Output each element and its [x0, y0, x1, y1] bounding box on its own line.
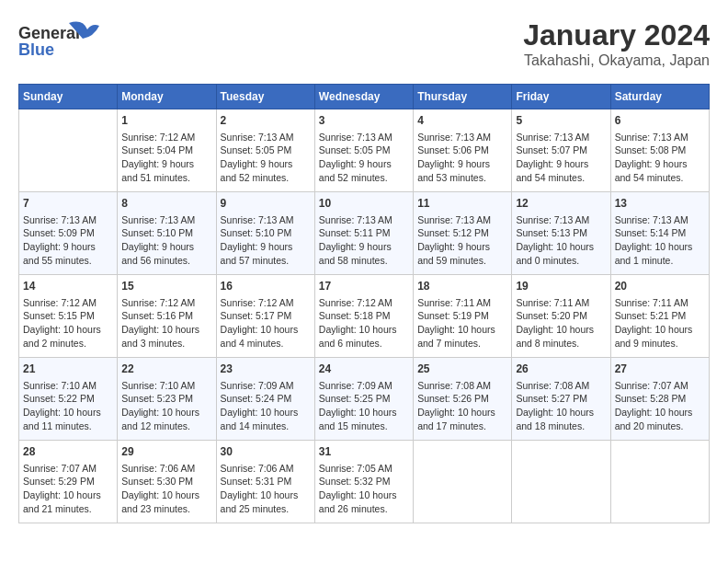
- day-number: 12: [516, 196, 606, 212]
- day-info: Sunrise: 7:12 AMSunset: 5:16 PMDaylight:…: [121, 296, 211, 350]
- calendar-cell: 21Sunrise: 7:10 AMSunset: 5:22 PMDayligh…: [19, 358, 118, 441]
- day-number: 8: [121, 196, 211, 212]
- calendar-cell: 7Sunrise: 7:13 AMSunset: 5:09 PMDaylight…: [19, 192, 118, 275]
- day-number: 21: [23, 362, 113, 377]
- day-info: Sunrise: 7:09 AMSunset: 5:25 PMDaylight:…: [319, 379, 409, 433]
- calendar-week-row: 28Sunrise: 7:07 AMSunset: 5:29 PMDayligh…: [19, 441, 710, 523]
- weekday-header: Wednesday: [314, 85, 413, 109]
- calendar-cell: 12Sunrise: 7:13 AMSunset: 5:13 PMDayligh…: [512, 192, 610, 275]
- day-info: Sunrise: 7:08 AMSunset: 5:27 PMDaylight:…: [516, 379, 606, 433]
- calendar-cell: 11Sunrise: 7:13 AMSunset: 5:12 PMDayligh…: [414, 192, 512, 275]
- calendar-cell: 9Sunrise: 7:13 AMSunset: 5:10 PMDaylight…: [216, 192, 314, 275]
- calendar-header: SundayMondayTuesdayWednesdayThursdayFrid…: [19, 85, 710, 109]
- calendar-cell: 6Sunrise: 7:13 AMSunset: 5:08 PMDaylight…: [610, 109, 709, 192]
- day-info: Sunrise: 7:06 AMSunset: 5:31 PMDaylight:…: [221, 462, 311, 516]
- day-info: Sunrise: 7:12 AMSunset: 5:15 PMDaylight:…: [23, 296, 113, 350]
- day-info: Sunrise: 7:13 AMSunset: 5:08 PMDaylight:…: [615, 131, 705, 185]
- calendar-cell: 1Sunrise: 7:12 AMSunset: 5:04 PMDaylight…: [118, 109, 216, 192]
- month-title: January 2024: [523, 18, 710, 52]
- weekday-header: Tuesday: [216, 85, 314, 109]
- svg-text:Blue: Blue: [18, 40, 54, 59]
- calendar-cell: 20Sunrise: 7:11 AMSunset: 5:21 PMDayligh…: [610, 275, 709, 358]
- day-number: 4: [417, 113, 507, 129]
- calendar-cell: 4Sunrise: 7:13 AMSunset: 5:06 PMDaylight…: [414, 109, 512, 192]
- calendar-cell: 5Sunrise: 7:13 AMSunset: 5:07 PMDaylight…: [512, 109, 610, 192]
- day-info: Sunrise: 7:08 AMSunset: 5:26 PMDaylight:…: [417, 379, 507, 433]
- calendar-cell: 28Sunrise: 7:07 AMSunset: 5:29 PMDayligh…: [19, 441, 118, 523]
- page-header: General Blue January 2024 Takahashi, Oka…: [18, 18, 710, 69]
- day-number: 14: [23, 279, 113, 294]
- day-info: Sunrise: 7:13 AMSunset: 5:09 PMDaylight:…: [23, 213, 113, 268]
- day-number: 22: [121, 362, 211, 377]
- calendar-cell: [610, 441, 709, 523]
- day-info: Sunrise: 7:12 AMSunset: 5:17 PMDaylight:…: [221, 296, 311, 350]
- day-info: Sunrise: 7:11 AMSunset: 5:19 PMDaylight:…: [417, 296, 507, 350]
- calendar-cell: 27Sunrise: 7:07 AMSunset: 5:28 PMDayligh…: [610, 358, 709, 441]
- day-info: Sunrise: 7:13 AMSunset: 5:07 PMDaylight:…: [516, 131, 606, 185]
- day-number: 2: [221, 113, 311, 129]
- weekday-header: Monday: [118, 85, 216, 109]
- day-number: 23: [221, 362, 311, 377]
- day-number: 26: [516, 362, 606, 377]
- day-info: Sunrise: 7:11 AMSunset: 5:21 PMDaylight:…: [615, 296, 705, 350]
- day-info: Sunrise: 7:12 AMSunset: 5:18 PMDaylight:…: [319, 296, 409, 350]
- day-info: Sunrise: 7:13 AMSunset: 5:05 PMDaylight:…: [221, 131, 311, 185]
- calendar-cell: 26Sunrise: 7:08 AMSunset: 5:27 PMDayligh…: [512, 358, 610, 441]
- logo-svg: General Blue: [18, 18, 101, 60]
- logo: General Blue: [18, 18, 101, 60]
- weekday-header: Saturday: [610, 85, 709, 109]
- day-info: Sunrise: 7:06 AMSunset: 5:30 PMDaylight:…: [121, 462, 211, 516]
- svg-text:General: General: [18, 24, 80, 42]
- day-info: Sunrise: 7:12 AMSunset: 5:04 PMDaylight:…: [121, 131, 211, 185]
- day-number: 25: [417, 362, 507, 377]
- weekday-header: Sunday: [19, 85, 118, 109]
- calendar-cell: 13Sunrise: 7:13 AMSunset: 5:14 PMDayligh…: [610, 192, 709, 275]
- day-info: Sunrise: 7:13 AMSunset: 5:13 PMDaylight:…: [516, 213, 606, 268]
- calendar-cell: 24Sunrise: 7:09 AMSunset: 5:25 PMDayligh…: [314, 358, 413, 441]
- calendar-cell: 15Sunrise: 7:12 AMSunset: 5:16 PMDayligh…: [118, 275, 216, 358]
- calendar-cell: [512, 441, 610, 523]
- day-number: 30: [221, 444, 311, 460]
- calendar-cell: 14Sunrise: 7:12 AMSunset: 5:15 PMDayligh…: [19, 275, 118, 358]
- day-info: Sunrise: 7:13 AMSunset: 5:12 PMDaylight:…: [417, 213, 507, 268]
- weekday-header: Friday: [512, 85, 610, 109]
- day-info: Sunrise: 7:13 AMSunset: 5:05 PMDaylight:…: [319, 131, 409, 185]
- day-number: 7: [23, 196, 113, 212]
- title-block: January 2024 Takahashi, Okayama, Japan: [523, 18, 710, 69]
- calendar-cell: 30Sunrise: 7:06 AMSunset: 5:31 PMDayligh…: [216, 441, 314, 523]
- location-title: Takahashi, Okayama, Japan: [523, 52, 710, 69]
- calendar-cell: 22Sunrise: 7:10 AMSunset: 5:23 PMDayligh…: [118, 358, 216, 441]
- calendar-cell: 29Sunrise: 7:06 AMSunset: 5:30 PMDayligh…: [118, 441, 216, 523]
- day-number: 3: [319, 113, 409, 129]
- day-info: Sunrise: 7:13 AMSunset: 5:10 PMDaylight:…: [121, 213, 211, 268]
- day-number: 18: [417, 279, 507, 294]
- day-number: 13: [615, 196, 705, 212]
- calendar-week-row: 1Sunrise: 7:12 AMSunset: 5:04 PMDaylight…: [19, 109, 710, 192]
- calendar-cell: 10Sunrise: 7:13 AMSunset: 5:11 PMDayligh…: [314, 192, 413, 275]
- calendar-cell: 25Sunrise: 7:08 AMSunset: 5:26 PMDayligh…: [414, 358, 512, 441]
- calendar-cell: 31Sunrise: 7:05 AMSunset: 5:32 PMDayligh…: [314, 441, 413, 523]
- calendar-week-row: 21Sunrise: 7:10 AMSunset: 5:22 PMDayligh…: [19, 358, 710, 441]
- calendar-cell: 8Sunrise: 7:13 AMSunset: 5:10 PMDaylight…: [118, 192, 216, 275]
- day-info: Sunrise: 7:10 AMSunset: 5:22 PMDaylight:…: [23, 379, 113, 433]
- calendar-cell: 18Sunrise: 7:11 AMSunset: 5:19 PMDayligh…: [414, 275, 512, 358]
- day-number: 29: [121, 444, 211, 460]
- calendar-cell: 19Sunrise: 7:11 AMSunset: 5:20 PMDayligh…: [512, 275, 610, 358]
- calendar-week-row: 7Sunrise: 7:13 AMSunset: 5:09 PMDaylight…: [19, 192, 710, 275]
- day-number: 9: [221, 196, 311, 212]
- day-number: 16: [221, 279, 311, 294]
- calendar-cell: 2Sunrise: 7:13 AMSunset: 5:05 PMDaylight…: [216, 109, 314, 192]
- day-number: 31: [319, 444, 409, 460]
- day-number: 11: [417, 196, 507, 212]
- day-info: Sunrise: 7:13 AMSunset: 5:10 PMDaylight:…: [221, 213, 311, 268]
- calendar-cell: 17Sunrise: 7:12 AMSunset: 5:18 PMDayligh…: [314, 275, 413, 358]
- day-number: 19: [516, 279, 606, 294]
- day-info: Sunrise: 7:11 AMSunset: 5:20 PMDaylight:…: [516, 296, 606, 350]
- day-info: Sunrise: 7:13 AMSunset: 5:14 PMDaylight:…: [615, 213, 705, 268]
- day-number: 10: [319, 196, 409, 212]
- calendar-cell: 16Sunrise: 7:12 AMSunset: 5:17 PMDayligh…: [216, 275, 314, 358]
- calendar-table: SundayMondayTuesdayWednesdayThursdayFrid…: [18, 84, 710, 523]
- day-number: 28: [23, 444, 113, 460]
- day-info: Sunrise: 7:09 AMSunset: 5:24 PMDaylight:…: [221, 379, 311, 433]
- calendar-cell: 23Sunrise: 7:09 AMSunset: 5:24 PMDayligh…: [216, 358, 314, 441]
